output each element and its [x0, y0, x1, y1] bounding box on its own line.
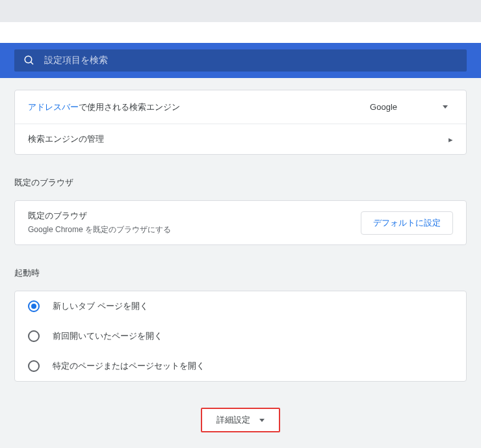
default-browser-card: 既定のブラウザ Google Chrome を既定のブラウザにする デフォルトに… [14, 200, 467, 245]
chevron-down-icon [259, 419, 265, 422]
advanced-settings-label: 詳細設定 [216, 414, 250, 426]
advanced-settings-button[interactable]: 詳細設定 [201, 408, 280, 432]
startup-title: 起動時 [14, 267, 467, 279]
address-bar-link[interactable]: アドレスバー [28, 102, 79, 112]
address-bar-engine-row: アドレスバーで使用される検索エンジン Google [15, 90, 466, 124]
radio-icon [28, 330, 40, 342]
search-input[interactable]: 設定項目を検索 [14, 49, 467, 72]
startup-option-1[interactable]: 前回開いていたページを開く [15, 321, 466, 351]
default-browser-row-sub: Google Chrome を既定のブラウザにする [28, 224, 171, 235]
radio-icon [28, 360, 40, 372]
search-placeholder: 設定項目を検索 [44, 55, 108, 66]
startup-option-2[interactable]: 特定のページまたはページセットを開く [15, 351, 466, 381]
manage-engines-label: 検索エンジンの管理 [28, 133, 104, 145]
default-browser-text: 既定のブラウザ Google Chrome を既定のブラウザにする [28, 210, 171, 235]
address-bar-engine-label: アドレスバーで使用される検索エンジン [28, 101, 180, 113]
engine-selected: Google [370, 102, 397, 112]
set-default-button[interactable]: デフォルトに設定 [361, 211, 453, 235]
startup-option-0[interactable]: 新しいタブ ページを開く [15, 291, 466, 321]
chevron-right-icon: ▸ [448, 135, 453, 144]
default-browser-title: 既定のブラウザ [14, 177, 467, 189]
manage-engines-row[interactable]: 検索エンジンの管理 ▸ [15, 124, 466, 154]
advanced-settings-container: 詳細設定 [0, 408, 481, 432]
top-spacer [0, 0, 481, 22]
default-browser-row-title: 既定のブラウザ [28, 210, 171, 222]
svg-point-0 [25, 56, 32, 63]
chevron-down-icon [443, 105, 448, 109]
default-browser-row: 既定のブラウザ Google Chrome を既定のブラウザにする デフォルトに… [15, 201, 466, 244]
search-engine-card: アドレスバーで使用される検索エンジン Google 検索エンジンの管理 ▸ [14, 90, 467, 155]
startup-card: 新しいタブ ページを開く 前回開いていたページを開く 特定のページまたはページセ… [14, 291, 467, 382]
mid-spacer [0, 22, 481, 43]
engine-dropdown[interactable]: Google [365, 99, 453, 114]
startup-option-label: 新しいタブ ページを開く [53, 300, 148, 312]
radio-icon [28, 300, 40, 312]
search-bar-container: 設定項目を検索 [0, 43, 481, 78]
startup-option-label: 前回開いていたページを開く [53, 330, 162, 342]
content-area: アドレスバーで使用される検索エンジン Google 検索エンジンの管理 ▸ 既定… [0, 90, 481, 432]
address-bar-suffix: で使用される検索エンジン [79, 102, 180, 112]
svg-line-1 [31, 62, 33, 64]
startup-option-label: 特定のページまたはページセットを開く [53, 360, 205, 372]
search-icon [23, 55, 35, 66]
